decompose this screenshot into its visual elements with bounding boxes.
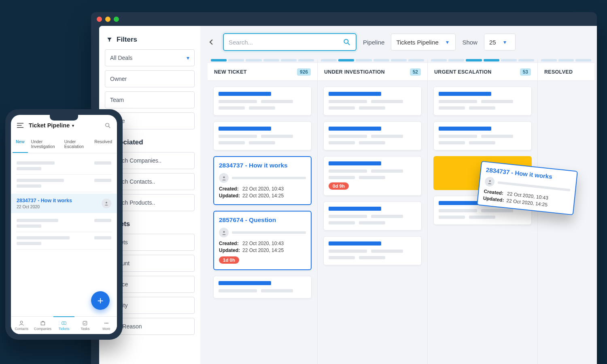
menu-icon[interactable] — [17, 123, 24, 128]
avatar-icon — [102, 199, 111, 208]
nav-tickets[interactable]: Tickets — [53, 316, 74, 334]
pipeline-label: Pipeline — [363, 39, 384, 46]
add-button[interactable]: + — [91, 291, 110, 310]
column-header: RESOLVED — [538, 63, 594, 81]
mobile-tabs: New Under Investigation Under Escalation… — [11, 136, 117, 153]
desktop-window: Filters All Deals ▾ Owner Team Stage Ass… — [91, 12, 597, 364]
search-field[interactable] — [229, 39, 340, 46]
tab-new[interactable]: New — [13, 136, 28, 153]
window-maximize-icon[interactable] — [114, 17, 119, 22]
ticket-card[interactable] — [213, 87, 312, 116]
all-deals-select[interactable]: All Deals ▾ — [105, 49, 195, 66]
ticket-card[interactable]: 0d 9h — [323, 156, 422, 196]
chevron-left-icon — [208, 38, 215, 46]
column-urgent-escalation: URGENT ESCALATION 53 — [428, 59, 538, 364]
mobile-title-select[interactable]: Ticket Pipeline ▾ — [29, 122, 100, 129]
tab-under-escalation[interactable]: Under Escalation — [61, 136, 91, 153]
toolbar: Pipeline Tickets Pipeline ▾ Show 25 ▾ — [208, 33, 597, 51]
column-body: 2834737 - How it works Created:22 Oct 20… — [208, 81, 317, 304]
window-titlebar — [91, 12, 597, 26]
tab-under-investigation[interactable]: Under Investigation — [28, 136, 61, 153]
column-progress — [538, 59, 594, 63]
plus-icon: + — [97, 294, 103, 307]
column-progress — [318, 59, 427, 63]
list-item[interactable] — [16, 215, 112, 232]
column-under-investigation: UNDER INVESTIGATION 52 0d 9h — [318, 59, 428, 364]
team-field[interactable]: Team — [105, 91, 195, 108]
ticket-card[interactable] — [213, 121, 312, 150]
ticket-card[interactable] — [213, 276, 312, 298]
search-icon[interactable] — [343, 38, 351, 46]
ticket-card-2834737[interactable]: 2834737 - How it works Created:22 Oct 20… — [213, 156, 312, 205]
ticket-title: 2857674 - Question — [219, 216, 306, 224]
list-item[interactable] — [16, 232, 112, 250]
column-count: 52 — [410, 68, 421, 76]
chevron-down-icon: ▾ — [503, 39, 506, 45]
svg-point-5 — [106, 202, 107, 203]
ticket-card[interactable] — [323, 201, 422, 231]
all-deals-label: All Deals — [110, 55, 132, 61]
nav-tasks[interactable]: Tasks — [74, 317, 96, 334]
mobile-device: Ticket Pipeline ▾ New Under Investigatio… — [5, 109, 123, 340]
ticket-meta: Created:22 Oct 2020, 10:43 Updated:22 Oc… — [219, 241, 306, 253]
svg-point-3 — [489, 180, 491, 182]
nav-more[interactable]: More — [96, 317, 117, 334]
column-header: NEW TICKET 926 — [208, 63, 317, 81]
mobile-ticket-date: 22 Oct 2020 — [17, 204, 98, 209]
column-new-ticket: NEW TICKET 926 — [208, 59, 318, 364]
avatar-icon — [219, 173, 229, 183]
svg-point-12 — [106, 323, 107, 324]
phone-notch — [50, 113, 78, 121]
column-count: 53 — [520, 68, 531, 76]
column-count: 926 — [297, 68, 311, 76]
show-select[interactable]: 25 ▾ — [484, 34, 516, 51]
window-minimize-icon[interactable] — [105, 17, 110, 22]
back-button[interactable] — [208, 38, 216, 47]
search-icon[interactable] — [104, 122, 111, 129]
show-value: 25 — [489, 39, 496, 46]
mobile-screen: Ticket Pipeline ▾ New Under Investigatio… — [11, 115, 117, 334]
nav-contacts[interactable]: Contacts — [11, 317, 32, 334]
list-item[interactable] — [16, 175, 112, 192]
svg-point-9 — [64, 323, 64, 324]
ticket-card-2857674[interactable]: 2857674 - Question Created:22 Oct 2020, … — [213, 211, 312, 270]
column-header: URGENT ESCALATION 53 — [428, 63, 537, 81]
owner-field[interactable]: Owner — [105, 70, 195, 87]
column-progress — [208, 59, 317, 63]
chevron-down-icon: ▾ — [187, 55, 189, 61]
svg-point-4 — [106, 123, 109, 127]
age-chip: 0d 9h — [329, 182, 349, 190]
list-item-selected[interactable]: 2834737 - How it works 22 Oct 2020 — [11, 194, 117, 213]
chevron-down-icon: ▾ — [446, 39, 449, 45]
mobile-nav: Contacts Companies Tickets Tasks More — [11, 316, 117, 334]
ticket-meta: Created:22 Oct 2020, 10:43 Updated:22 Oc… — [219, 186, 306, 199]
search-input[interactable] — [223, 33, 357, 51]
ticket-card[interactable] — [433, 121, 532, 150]
svg-rect-8 — [62, 322, 66, 325]
ticket-title: 2834737 - How it works — [219, 162, 306, 169]
svg-point-1 — [223, 176, 225, 178]
tab-resolved[interactable]: Resolved — [91, 136, 115, 153]
filters-label: Filters — [117, 36, 137, 44]
ticket-card[interactable] — [323, 87, 422, 116]
mobile-title: Ticket Pipeline — [29, 122, 70, 129]
nav-companies[interactable]: Companies — [32, 317, 53, 334]
column-header: UNDER INVESTIGATION 52 — [318, 63, 427, 81]
column-name: RESOLVED — [544, 69, 573, 75]
column-progress — [428, 59, 537, 63]
ticket-card[interactable] — [323, 236, 422, 265]
svg-point-11 — [104, 323, 105, 324]
mobile-list: 2834737 - How it works 22 Oct 2020 — [11, 153, 117, 254]
pipeline-select[interactable]: Tickets Pipeline ▾ — [391, 34, 456, 51]
window-close-icon[interactable] — [97, 17, 102, 22]
column-name: NEW TICKET — [214, 69, 247, 75]
mobile-ticket-title: 2834737 - How it works — [17, 198, 98, 203]
ticket-card[interactable] — [323, 121, 422, 150]
filter-icon — [106, 37, 112, 42]
svg-point-6 — [20, 321, 23, 323]
chevron-down-icon: ▾ — [72, 123, 74, 128]
svg-point-2 — [223, 231, 225, 233]
ticket-card[interactable] — [433, 87, 532, 116]
avatar-icon — [219, 228, 229, 237]
list-item[interactable] — [16, 157, 112, 175]
